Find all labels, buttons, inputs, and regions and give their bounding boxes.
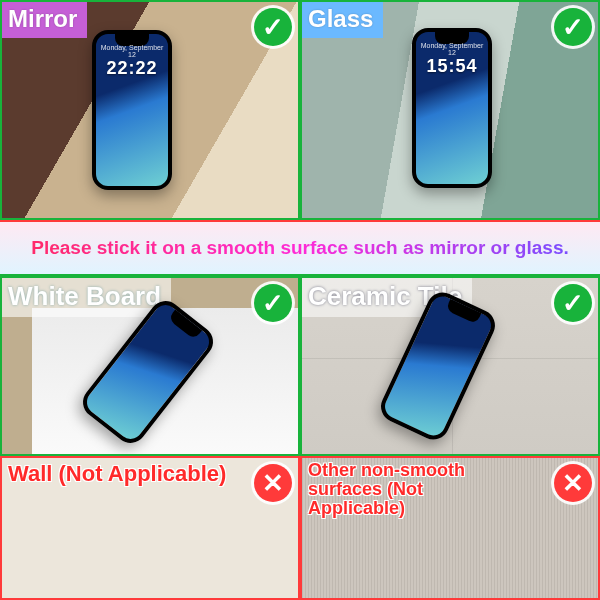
phone-on-mirror: Monday, September 12 22:22 [92,30,172,190]
check-icon: ✓ [254,8,292,46]
phone-date: Monday, September 12 [416,42,488,56]
cross-icon: ✕ [554,464,592,502]
panel-whiteboard: White Board ✓ [0,276,300,456]
instruction-banner: Please stick it on a smooth surface such… [0,220,600,276]
label-mirror: Mirror [2,2,87,38]
cross-icon: ✕ [254,464,292,502]
panel-glass: Glass ✓ Monday, September 12 15:54 [300,0,600,220]
label-wall-na: (Not Applicable) [59,461,227,486]
phone-on-whiteboard [77,295,220,450]
phone-clock: 22:22 [96,58,168,79]
phone-clock: 15:54 [416,56,488,77]
label-wall: Wall (Not Applicable) [2,458,236,492]
panel-other-surfaces: Other non-smooth surfaces (Not Applicabl… [300,456,600,600]
phone-on-glass: Monday, September 12 15:54 [412,28,492,188]
phone-date: Monday, September 12 [96,44,168,58]
label-whiteboard: White Board [2,278,171,317]
panel-wall: Wall (Not Applicable) ✕ [0,456,300,600]
surface-grid: Mirror ✓ Monday, September 12 22:22 Glas… [0,0,600,600]
check-icon: ✓ [554,284,592,322]
check-icon: ✓ [254,284,292,322]
panel-mirror: Mirror ✓ Monday, September 12 22:22 [0,0,300,220]
label-glass: Glass [302,2,383,38]
label-wall-text: Wall [8,461,59,486]
instruction-text: Please stick it on a smooth surface such… [31,237,568,259]
label-other: Other non-smooth surfaces (Not Applicabl… [302,458,512,523]
check-icon: ✓ [554,8,592,46]
panel-ceramic-tile: Ceramic Tile ✓ [300,276,600,456]
